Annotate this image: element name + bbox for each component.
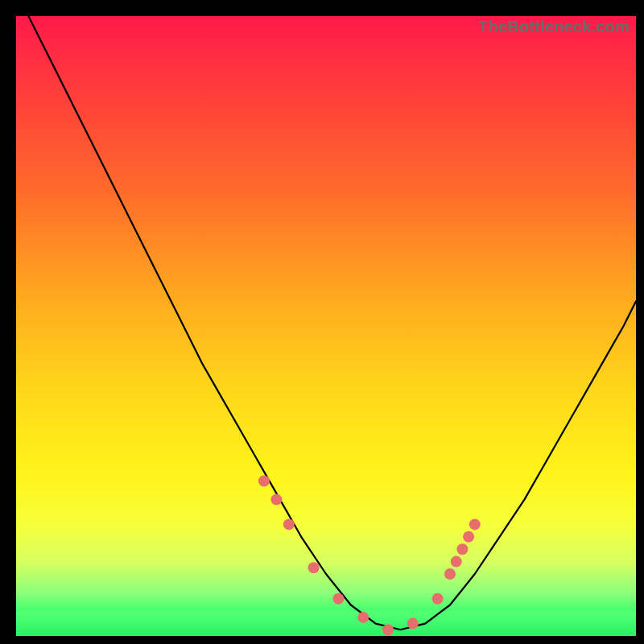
- highlight-dot: [407, 618, 419, 630]
- curve-path: [28, 16, 636, 630]
- highlight-dot: [283, 518, 295, 530]
- highlight-dot: [258, 476, 270, 487]
- highlight-dot: [456, 543, 468, 555]
- highlight-dot: [451, 556, 462, 568]
- highlight-dot: [432, 593, 444, 605]
- highlight-dot: [469, 518, 481, 530]
- plot-area: TheBottleneck.com: [16, 16, 636, 636]
- highlight-dot: [270, 494, 282, 506]
- chart-svg: [16, 16, 636, 636]
- highlight-dot: [332, 593, 344, 605]
- chart-frame: TheBottleneck.com: [0, 0, 644, 644]
- highlight-dot: [444, 568, 456, 580]
- green-band: [16, 611, 636, 636]
- highlight-dot: [463, 531, 474, 543]
- highlight-dot: [308, 562, 320, 573]
- svg-rect-0: [16, 611, 636, 636]
- highlight-dot: [357, 612, 369, 623]
- highlight-dot: [382, 624, 394, 635]
